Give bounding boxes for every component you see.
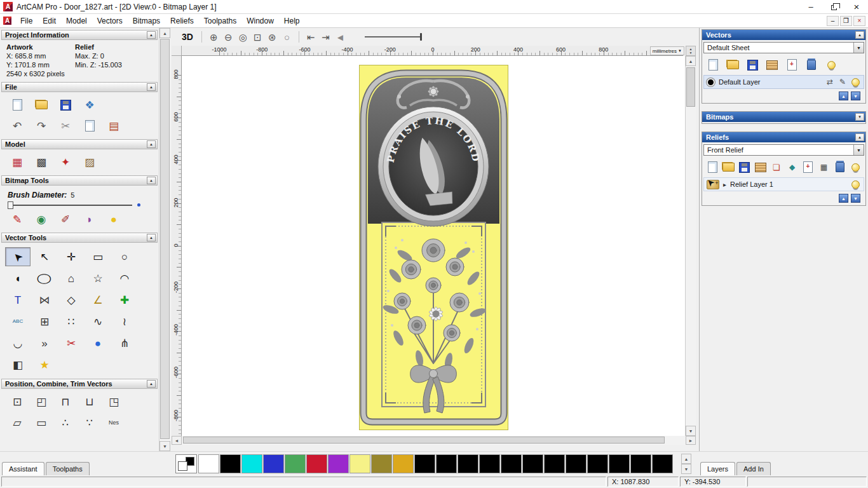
palette-swatch-21[interactable]: [652, 454, 673, 473]
align-objects-icon[interactable]: ◰: [33, 393, 50, 410]
restore-button[interactable]: [822, 0, 845, 13]
tab-layers[interactable]: Layers: [700, 462, 735, 475]
snap-to-layer-icon[interactable]: ⇄: [824, 76, 836, 88]
canvas-vertical-scrollbar[interactable]: ▲ ▼: [686, 56, 696, 436]
collapse-button[interactable]: [147, 31, 156, 39]
create-rectangle-icon[interactable]: ▭: [85, 247, 111, 266]
palette-swatch-6[interactable]: [328, 454, 349, 473]
scroll-up-button[interactable]: ▲: [686, 56, 696, 66]
adjust-model-size-icon[interactable]: ▩: [33, 154, 50, 170]
next-view-icon[interactable]: ⇥: [318, 30, 333, 44]
layer-visibility-icon[interactable]: [850, 76, 861, 88]
paste-in-place-icon[interactable]: ✚: [112, 290, 137, 309]
transform-vectors-icon[interactable]: ✛: [58, 247, 84, 266]
palette-swatch-13[interactable]: [479, 454, 500, 473]
view-3d-button[interactable]: 3D: [178, 30, 197, 43]
scroll-left-button[interactable]: ◄: [172, 436, 182, 445]
scroll-down-button[interactable]: ▼: [681, 464, 691, 474]
mdi-minimize-button[interactable]: –: [827, 16, 839, 26]
zoom-in-icon[interactable]: ⊕: [207, 30, 221, 44]
edit-layer-name-icon[interactable]: ✎: [837, 76, 848, 88]
scrollbar-thumb[interactable]: [686, 67, 695, 107]
menu-edit[interactable]: Edit: [37, 15, 61, 27]
new-vector-sheet-icon[interactable]: [706, 58, 720, 72]
expand-button[interactable]: [855, 113, 864, 121]
palette-swatch-0[interactable]: [198, 454, 219, 473]
zoom-window-icon[interactable]: ⊡: [250, 30, 265, 44]
relief-dropdown[interactable]: Front Relief ▼: [703, 144, 864, 156]
primary-color-selector[interactable]: [175, 454, 197, 473]
menu-model[interactable]: Model: [61, 15, 92, 27]
mdi-close-button[interactable]: ×: [853, 16, 865, 26]
assistant-scrollbar[interactable]: ▲ ▼: [159, 28, 170, 451]
redo-icon[interactable]: ↷: [33, 118, 50, 134]
menu-file[interactable]: File: [15, 15, 37, 27]
create-arc-icon[interactable]: ◠: [112, 269, 137, 288]
new-model-icon[interactable]: [9, 97, 25, 113]
nest-dots-icon[interactable]: ∷: [58, 312, 84, 331]
layer-visibility-icon[interactable]: [850, 179, 861, 190]
tab-assistant[interactable]: Assistant: [2, 462, 44, 475]
invert-relief-layer-icon[interactable]: [801, 160, 815, 174]
canvas-horizontal-scrollbar[interactable]: ◄ ►: [172, 436, 696, 445]
merge-vector-layers-icon[interactable]: [765, 58, 779, 72]
move-layer-down-button[interactable]: ▼: [851, 194, 860, 203]
collapse-button[interactable]: [147, 234, 156, 241]
palette-swatch-2[interactable]: [241, 454, 262, 473]
interactive-sculpt-icon[interactable]: ●: [85, 334, 111, 353]
sheet-dropdown[interactable]: Default Sheet ▼: [703, 42, 864, 53]
chevron-down-icon[interactable]: ▼: [853, 145, 864, 155]
texture-paint-icon[interactable]: ●: [105, 211, 122, 227]
menu-toolpaths[interactable]: Toolpaths: [199, 15, 241, 27]
arc-through-points-icon[interactable]: ◡: [5, 334, 31, 353]
select-vectors-icon[interactable]: ➤: [5, 247, 31, 266]
wizard-star-icon[interactable]: ★: [32, 355, 57, 374]
canvas-2d-view[interactable]: PRAISE THE LORD: [182, 56, 686, 436]
center-in-page-icon[interactable]: ⊡: [9, 393, 25, 410]
relief-properties-icon[interactable]: ▦: [817, 160, 831, 174]
undo-icon[interactable]: ↶: [9, 118, 25, 134]
collapse-button[interactable]: [855, 31, 864, 39]
palette-scrollbar[interactable]: ▲ ▼: [681, 454, 691, 474]
collapse-button[interactable]: [147, 380, 156, 388]
units-selector[interactable]: millimetres ▼: [650, 46, 684, 55]
create-text-icon[interactable]: T: [5, 290, 31, 309]
palette-swatch-17[interactable]: [566, 454, 587, 473]
duplicate-relief-layer-icon[interactable]: ❏: [769, 160, 783, 174]
zoom-slider[interactable]: [365, 36, 421, 37]
scrollbar-track[interactable]: [182, 436, 686, 445]
scrollbar-thumb[interactable]: [160, 39, 170, 439]
move-layer-up-button[interactable]: ▲: [839, 92, 848, 100]
mirror-vectors-icon[interactable]: ◧: [5, 355, 31, 374]
paste-icon[interactable]: [81, 118, 98, 134]
palette-swatch-20[interactable]: [630, 454, 651, 473]
previous-view-icon[interactable]: ⇤: [304, 30, 318, 44]
tab-addin[interactable]: Add In: [736, 462, 771, 475]
new-vector-layer-icon[interactable]: [785, 58, 799, 72]
create-shape-icon[interactable]: ◖: [5, 269, 31, 288]
menu-reliefs[interactable]: Reliefs: [165, 15, 199, 27]
palette-swatch-4[interactable]: [285, 454, 306, 473]
new-relief-layer-icon[interactable]: [705, 160, 720, 174]
flip-block-2-icon[interactable]: ▭: [33, 414, 50, 431]
minimize-button[interactable]: –: [799, 0, 822, 13]
slider-handle[interactable]: [8, 201, 13, 209]
palette-swatch-14[interactable]: [501, 454, 522, 473]
move-layer-up-button[interactable]: ▲: [839, 194, 848, 203]
scroll-up-button[interactable]: ▲: [159, 28, 170, 38]
scroll-right-button[interactable]: ►: [686, 436, 696, 445]
palette-swatch-18[interactable]: [587, 454, 608, 473]
vector-layer-row[interactable]: Default Layer ⇄✎: [703, 75, 864, 89]
node-editing-icon[interactable]: ↖: [32, 247, 57, 266]
flood-fill-icon[interactable]: ◉: [33, 211, 50, 227]
colour-palette-tool-icon[interactable]: ◗: [81, 211, 98, 227]
text-abc-icon[interactable]: ABC: [5, 312, 31, 331]
create-circle-icon[interactable]: ○: [112, 247, 137, 266]
delete-relief-layer-icon[interactable]: [832, 160, 847, 174]
model-lighting-icon[interactable]: ✦: [57, 154, 74, 170]
layer-color-swatch[interactable]: [707, 78, 715, 86]
block-grid-icon[interactable]: ⊞: [32, 312, 57, 331]
scroll-down-button[interactable]: ▼: [159, 441, 170, 451]
scroll-down-button[interactable]: ▼: [686, 426, 696, 436]
set-model-size-icon[interactable]: ▦: [9, 154, 25, 170]
